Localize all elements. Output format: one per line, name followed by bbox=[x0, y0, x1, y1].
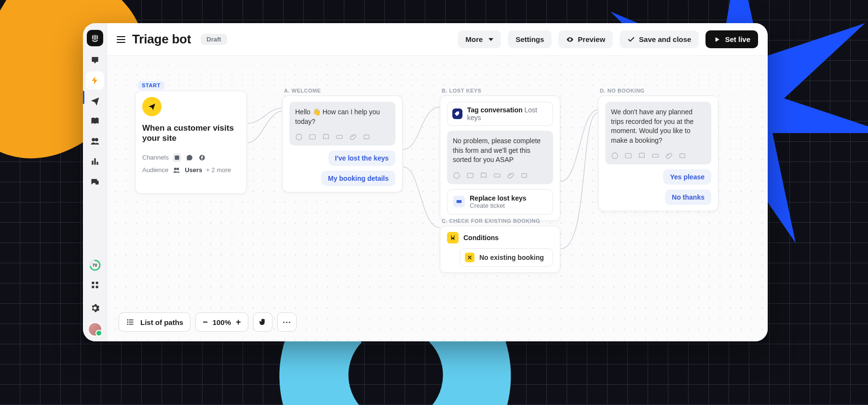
audience-row[interactable]: Audience Users + 2 more bbox=[142, 166, 240, 175]
emoji-icon[interactable] bbox=[611, 152, 619, 160]
sidebar-item-articles[interactable] bbox=[86, 112, 104, 130]
sidebar-item-people[interactable] bbox=[86, 132, 104, 150]
setup-progress[interactable]: 70 bbox=[89, 259, 101, 271]
start-heading: When a customer visits your site bbox=[142, 123, 240, 144]
node-no-booking[interactable]: We don't have any planned trips recorded… bbox=[598, 95, 719, 211]
bolt-icon bbox=[90, 76, 100, 85]
zoom-in-button[interactable]: + bbox=[236, 318, 241, 326]
gear-icon bbox=[90, 303, 100, 313]
card-icon[interactable] bbox=[651, 152, 659, 160]
app-icon[interactable] bbox=[678, 152, 686, 160]
image-icon[interactable] bbox=[309, 133, 316, 141]
emoji-icon[interactable] bbox=[295, 133, 303, 141]
article-icon[interactable] bbox=[638, 152, 646, 160]
article-icon[interactable] bbox=[480, 172, 488, 179]
svg-rect-7 bbox=[94, 158, 95, 164]
zoom-level: 100% bbox=[213, 318, 231, 326]
ticket-title: Replace lost keys bbox=[470, 194, 527, 202]
tag-conversation-row[interactable]: Tag conversation Lost keys bbox=[447, 102, 553, 126]
reply-lost-keys[interactable]: I've lost the keys bbox=[328, 150, 396, 166]
node-start[interactable]: When a customer visits your site Channel… bbox=[135, 91, 247, 194]
sidebar-item-settings[interactable] bbox=[86, 299, 104, 317]
app-icon[interactable] bbox=[363, 133, 370, 141]
canvas-dock: List of paths − 100% + bbox=[119, 312, 297, 332]
sidebar-item-apps[interactable] bbox=[86, 276, 104, 294]
sidebar-active-indicator bbox=[83, 91, 84, 104]
status-badge: Draft bbox=[201, 34, 227, 45]
settings-button[interactable]: Settings bbox=[508, 30, 552, 48]
svg-rect-30 bbox=[680, 154, 685, 158]
sidebar-item-inbox[interactable] bbox=[86, 51, 104, 69]
svg-point-27 bbox=[612, 153, 618, 159]
audience-more: + 2 more bbox=[206, 166, 231, 174]
reply-yes-please[interactable]: Yes please bbox=[663, 169, 711, 185]
user-avatar[interactable] bbox=[88, 322, 102, 337]
sidebar-item-automation[interactable] bbox=[86, 71, 104, 90]
reply-booking-details[interactable]: My booking details bbox=[321, 171, 395, 186]
sidebar-item-reports[interactable] bbox=[86, 152, 104, 171]
welcome-message-block[interactable]: Hello 👋 How can I help you today? bbox=[289, 102, 395, 146]
svg-rect-25 bbox=[522, 174, 527, 177]
more-tools-button[interactable] bbox=[277, 312, 297, 332]
chevron-down-icon bbox=[488, 38, 493, 41]
channel-facebook-icon bbox=[198, 153, 206, 162]
condition-item-no-booking[interactable]: No existing booking bbox=[460, 248, 553, 267]
app-icon[interactable] bbox=[520, 172, 528, 179]
plane-icon bbox=[90, 96, 100, 106]
setup-progress-value: 70 bbox=[89, 259, 101, 271]
card-icon[interactable] bbox=[493, 172, 501, 179]
node-welcome[interactable]: Hello 👋 How can I help you today? I've l… bbox=[282, 95, 403, 192]
attachment-icon[interactable] bbox=[507, 172, 515, 179]
set-live-button[interactable]: Set live bbox=[705, 30, 758, 48]
more-button[interactable]: More bbox=[458, 30, 501, 48]
svg-rect-8 bbox=[96, 162, 98, 165]
pan-tool-button[interactable] bbox=[253, 312, 272, 332]
tag-action: Tag conversation bbox=[467, 106, 523, 114]
image-icon[interactable] bbox=[466, 172, 474, 179]
save-close-label: Save and close bbox=[639, 35, 691, 43]
node-lost-keys[interactable]: Tag conversation Lost keys No problem, p… bbox=[440, 95, 560, 221]
zoom-controls: − 100% + bbox=[195, 312, 248, 332]
emoji-icon[interactable] bbox=[453, 172, 461, 179]
start-label: START bbox=[138, 81, 164, 90]
lostkeys-message-block[interactable]: No problem, please complete this form an… bbox=[447, 131, 553, 184]
preview-button[interactable]: Preview bbox=[558, 30, 613, 48]
attachment-icon[interactable] bbox=[665, 152, 673, 160]
svg-rect-9 bbox=[95, 181, 98, 185]
people-icon bbox=[90, 136, 100, 146]
image-icon[interactable] bbox=[624, 152, 632, 160]
node-welcome-label: A. WELCOME bbox=[284, 88, 321, 94]
play-icon bbox=[713, 36, 721, 43]
ticket-row[interactable]: Replace lost keys Create ticket bbox=[447, 189, 553, 215]
save-close-button[interactable]: Save and close bbox=[620, 30, 699, 48]
svg-rect-20 bbox=[337, 135, 342, 139]
reply-no-thanks[interactable]: No thanks bbox=[665, 189, 711, 205]
sidebar-item-send[interactable] bbox=[86, 92, 104, 110]
welcome-message-text: Hello 👋 How can I help you today? bbox=[295, 108, 390, 126]
nobooking-message-block[interactable]: We don't have any planned trips recorded… bbox=[605, 102, 711, 164]
sidebar-item-messenger[interactable] bbox=[86, 173, 104, 191]
svg-rect-12 bbox=[92, 282, 94, 284]
flow-canvas[interactable]: START When a customer visits your site C… bbox=[107, 56, 768, 341]
channels-row[interactable]: Channels bbox=[142, 153, 240, 162]
list-of-paths-button[interactable]: List of paths bbox=[119, 312, 190, 332]
menu-toggle[interactable] bbox=[117, 36, 125, 43]
zoom-out-button[interactable]: − bbox=[203, 318, 208, 326]
channel-intercom-icon bbox=[173, 153, 181, 162]
svg-point-22 bbox=[454, 173, 460, 178]
attachment-icon[interactable] bbox=[349, 133, 357, 141]
main-column: Triage bot Draft More Settings Preview S… bbox=[107, 23, 768, 341]
article-icon[interactable] bbox=[322, 133, 330, 141]
node-conditions[interactable]: Conditions No existing booking bbox=[440, 226, 560, 273]
node-nobooking-label: D. NO BOOKING bbox=[600, 88, 645, 94]
editor-header: Triage bot Draft More Settings Preview S… bbox=[107, 23, 768, 56]
tag-icon bbox=[452, 108, 462, 119]
audience-value: Users bbox=[185, 166, 202, 174]
intercom-icon bbox=[90, 33, 100, 43]
card-icon[interactable] bbox=[336, 133, 343, 141]
more-label: More bbox=[465, 35, 483, 43]
app-logo[interactable] bbox=[87, 30, 103, 46]
preview-label: Preview bbox=[578, 35, 605, 43]
nobooking-message-text: We don't have any planned trips recorded… bbox=[611, 108, 705, 145]
eye-icon bbox=[566, 36, 574, 43]
